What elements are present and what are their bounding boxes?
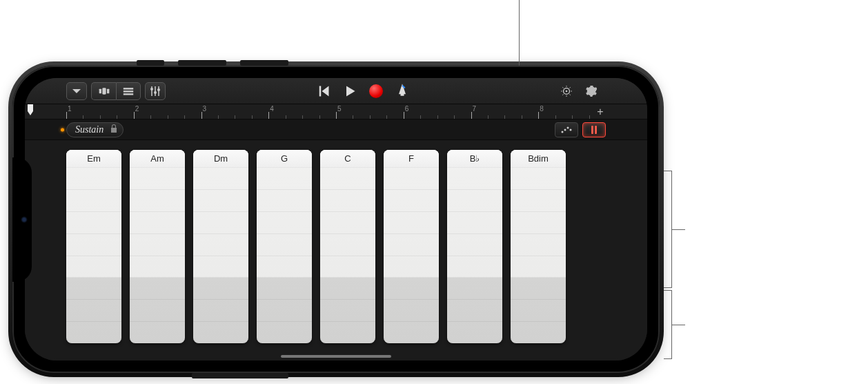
play-button[interactable] — [343, 84, 357, 98]
chord-strip-segment[interactable] — [66, 256, 121, 278]
ruler-bar[interactable]: 3 — [201, 104, 269, 119]
chord-strip[interactable]: F — [384, 150, 439, 343]
chord-strip-segment[interactable] — [511, 168, 566, 190]
chord-strip[interactable]: Am — [130, 150, 185, 343]
ruler-bar[interactable]: 5 — [336, 104, 404, 119]
chord-strip-bass-segment[interactable] — [384, 278, 439, 300]
chord-strip-segment[interactable] — [447, 190, 502, 212]
chord-strip-segment[interactable] — [511, 190, 566, 212]
chord-strip-segment[interactable] — [66, 234, 121, 256]
chord-strip-bass-segment[interactable] — [384, 300, 439, 322]
chord-strip-segment[interactable] — [193, 212, 248, 234]
chord-strip-segment[interactable] — [384, 256, 439, 278]
chord-strip-bass-segment[interactable] — [130, 300, 185, 322]
chord-strip-bass-segment[interactable] — [320, 300, 375, 322]
tracks-view-button[interactable] — [116, 82, 141, 100]
chord-strips-button[interactable] — [582, 122, 606, 137]
chord-strip-segment[interactable] — [384, 234, 439, 256]
chord-strip[interactable]: G — [257, 150, 312, 343]
chord-strip-segment[interactable] — [447, 234, 502, 256]
chord-strip-bass-segment[interactable] — [257, 322, 312, 343]
track-controls-button[interactable] — [145, 82, 166, 100]
ruler-track[interactable]: 12345678 — [66, 104, 606, 119]
browser-view-button[interactable] — [91, 82, 116, 100]
chord-strip-segment[interactable] — [66, 212, 121, 234]
timeline-ruler[interactable]: 12345678 + — [25, 104, 647, 119]
chord-strip-segment[interactable] — [320, 234, 375, 256]
chord-strip[interactable]: Dm — [193, 150, 248, 343]
chord-strip-bass-segment[interactable] — [320, 278, 375, 300]
svg-rect-5 — [124, 93, 133, 95]
chord-strip[interactable]: B♭ — [447, 150, 502, 343]
ruler-bar[interactable]: 6 — [404, 104, 471, 119]
chord-strip-bass-segment[interactable] — [257, 300, 312, 322]
chord-strip-bass-segment[interactable] — [257, 278, 312, 300]
metronome-button[interactable] — [395, 83, 409, 99]
chord-strip-bass-segment[interactable] — [193, 300, 248, 322]
chord-strip-bass-segment[interactable] — [66, 322, 121, 343]
chord-strip-segment[interactable] — [130, 234, 185, 256]
chord-strip-segment[interactable] — [66, 168, 121, 190]
chord-strip[interactable]: C — [320, 150, 375, 343]
chord-strip-segment[interactable] — [447, 256, 502, 278]
chord-strip[interactable]: Em — [66, 150, 121, 343]
chord-strip-segment[interactable] — [130, 212, 185, 234]
chord-strip-bass-segment[interactable] — [320, 322, 375, 343]
navigation-button[interactable] — [556, 82, 577, 100]
chord-strip-segment[interactable] — [384, 212, 439, 234]
chord-strip-segment[interactable] — [320, 256, 375, 278]
chord-strip-bass-segment[interactable] — [130, 322, 185, 343]
chord-strip-bass-segment[interactable] — [511, 322, 566, 343]
sustain-button[interactable]: Sustain — [66, 122, 124, 137]
ruler-bar[interactable]: 1 — [66, 104, 134, 119]
chord-strip-bass-segment[interactable] — [447, 300, 502, 322]
chord-strip-segment[interactable] — [384, 190, 439, 212]
chord-strip-segment[interactable] — [193, 168, 248, 190]
chord-strip-segment[interactable] — [193, 190, 248, 212]
chord-strip-bass-segment[interactable] — [130, 278, 185, 300]
chord-strip[interactable]: Bdim — [511, 150, 566, 343]
ruler-bar[interactable]: 7 — [471, 104, 539, 119]
chord-strip-bass-segment[interactable] — [66, 300, 121, 322]
chord-strip-bass-segment[interactable] — [193, 322, 248, 343]
chord-strip-segment[interactable] — [257, 234, 312, 256]
add-section-button[interactable]: + — [592, 104, 609, 119]
chord-strip-segment[interactable] — [130, 256, 185, 278]
record-button[interactable] — [369, 84, 383, 98]
my-songs-button[interactable] — [66, 82, 87, 100]
chord-strip-bass-segment[interactable] — [193, 278, 248, 300]
chord-strip-segment[interactable] — [257, 212, 312, 234]
chord-strip-segment[interactable] — [511, 256, 566, 278]
volume-down-button — [240, 60, 288, 66]
chord-strip-segment[interactable] — [320, 190, 375, 212]
chord-strip-segment[interactable] — [320, 212, 375, 234]
ruler-bar[interactable]: 4 — [268, 104, 336, 119]
autoplay-button[interactable] — [555, 122, 578, 137]
chord-strip-segment[interactable] — [193, 234, 248, 256]
chord-strip-segment[interactable] — [257, 190, 312, 212]
chord-strip-segment[interactable] — [447, 212, 502, 234]
chord-strip-bass-segment[interactable] — [66, 278, 121, 300]
chord-strip-segment[interactable] — [130, 190, 185, 212]
chord-strip-bass-segment[interactable] — [511, 300, 566, 322]
chord-strip-segment[interactable] — [193, 256, 248, 278]
chord-strip-bass-segment[interactable] — [511, 278, 566, 300]
chord-strip-segment[interactable] — [66, 190, 121, 212]
chord-strip-segment[interactable] — [130, 168, 185, 190]
chord-strip-bass-segment[interactable] — [447, 322, 502, 343]
chord-strip-segment[interactable] — [257, 168, 312, 190]
chord-strip-segment[interactable] — [384, 168, 439, 190]
settings-button[interactable] — [581, 82, 602, 100]
chord-strip-segment[interactable] — [447, 168, 502, 190]
chord-strip-bass-segment[interactable] — [447, 278, 502, 300]
autoplay-arp-icon — [560, 126, 573, 134]
chord-strip-segment[interactable] — [320, 168, 375, 190]
chord-strip-bass-segment[interactable] — [384, 322, 439, 343]
playhead-icon[interactable] — [26, 104, 34, 119]
go-to-beginning-button[interactable] — [317, 84, 331, 98]
chord-strip-segment[interactable] — [511, 212, 566, 234]
svg-rect-2 — [107, 88, 109, 93]
chord-strip-segment[interactable] — [257, 256, 312, 278]
chord-strip-segment[interactable] — [511, 234, 566, 256]
ruler-bar[interactable]: 2 — [134, 104, 201, 119]
